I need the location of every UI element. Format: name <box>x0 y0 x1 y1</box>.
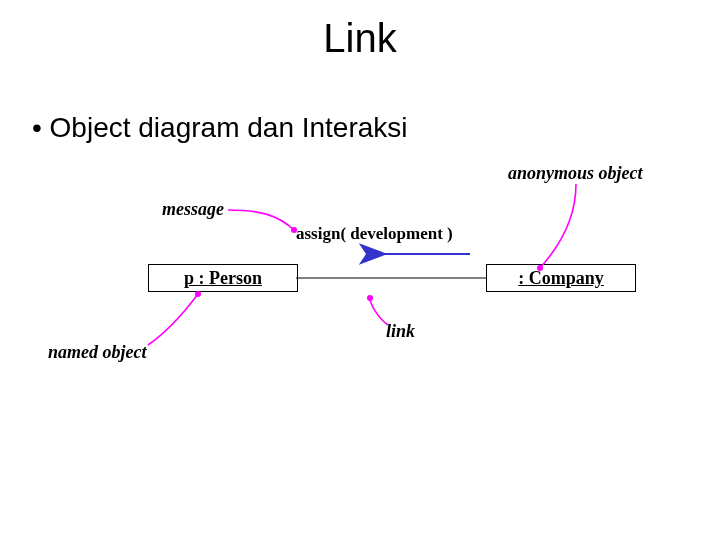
annotation-message: message <box>162 199 224 220</box>
annotation-link: link <box>386 321 415 342</box>
slide: Link Object diagram dan Interaksi anonym… <box>0 0 720 540</box>
svg-point-4 <box>367 295 373 301</box>
message-label: assign( development ) <box>296 224 453 244</box>
page-title: Link <box>0 16 720 61</box>
annotation-anonymous-object: anonymous object <box>508 163 643 184</box>
annotation-named-object: named object <box>48 342 146 363</box>
bullet-text: Object diagram dan Interaksi <box>32 112 408 144</box>
object-company: : Company <box>486 264 636 292</box>
object-person: p : Person <box>148 264 298 292</box>
